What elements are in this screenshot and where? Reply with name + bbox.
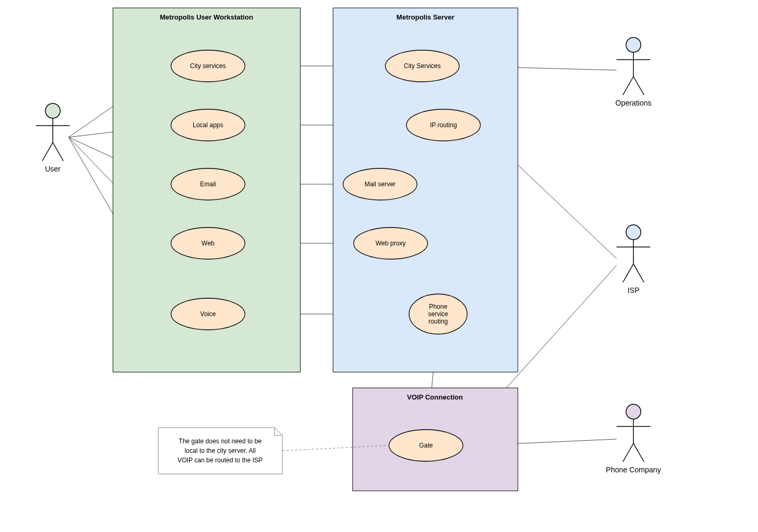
actor-phone_company-label: Phone Company <box>606 466 661 474</box>
svg-line-24 <box>623 264 633 282</box>
actor-user-label: User <box>45 165 61 173</box>
svg-line-16 <box>42 142 53 161</box>
svg-line-29 <box>633 443 644 462</box>
usecase-web_proxy: Web proxy <box>354 227 428 259</box>
actor-phone_company-head-icon <box>626 404 641 419</box>
usecase-web_proxy-label: Web proxy <box>375 240 405 247</box>
svg-line-21 <box>633 77 644 95</box>
actor-isp-label: ISP <box>628 286 640 294</box>
actor-isp-head-icon <box>626 225 641 240</box>
usecase-gate: Gate <box>389 430 463 461</box>
usecase-phone_routing-label: service <box>428 310 448 318</box>
boundary-server-title: Metropolis Server <box>396 13 454 21</box>
actor-operations-label: Operations <box>615 99 651 107</box>
usecase-phone_routing: Phoneservicerouting <box>409 294 467 334</box>
usecase-mail_server-label: Mail server <box>365 180 396 188</box>
usecase-ip_routing: IP routing <box>406 109 480 141</box>
svg-line-28 <box>623 443 633 462</box>
use-case-diagram: Metropolis User Workstation Metropolis S… <box>0 0 758 532</box>
usecase-city_services_srv-label: City Services <box>404 62 441 70</box>
usecase-email: Email <box>171 168 245 200</box>
usecase-web: Web <box>171 227 245 259</box>
usecase-local_apps-label: Local apps <box>193 121 223 129</box>
note-line2: local to the city server. All <box>185 447 256 454</box>
svg-line-17 <box>53 142 63 161</box>
actor-isp: ISP <box>617 225 650 294</box>
usecase-web-label: Web <box>202 240 215 247</box>
boundary-workstation-title: Metropolis User Workstation <box>160 13 253 21</box>
usecase-city_services_ws-label: City services <box>190 62 226 70</box>
usecase-gate-label: Gate <box>419 442 433 449</box>
usecase-mail_server: Mail server <box>343 168 417 200</box>
usecase-city_services_srv: City Services <box>385 50 459 82</box>
actor-user-head-icon <box>45 103 60 118</box>
note: The gate does not need to be local to th… <box>158 428 282 474</box>
usecase-phone_routing-label: routing <box>429 318 448 325</box>
usecase-ip_routing-label: IP routing <box>430 121 457 129</box>
usecase-voice-label: Voice <box>200 310 216 318</box>
note-line3: VOIP can be routed to the ISP <box>177 457 262 464</box>
usecase-local_apps: Local apps <box>171 109 245 141</box>
usecase-phone_routing-label: Phone <box>429 303 448 310</box>
usecase-voice: Voice <box>171 298 245 330</box>
actor-operations-head-icon <box>626 37 641 52</box>
usecase-email-label: Email <box>200 180 216 188</box>
svg-line-20 <box>623 77 633 95</box>
boundary-voip-title: VOIP Connection <box>407 393 463 401</box>
svg-line-25 <box>633 264 644 282</box>
actor-user: User <box>36 103 70 173</box>
usecase-city_services_ws: City services <box>171 50 245 82</box>
note-line1: The gate does not need to be <box>179 438 262 445</box>
actor-operations: Operations <box>615 37 651 107</box>
